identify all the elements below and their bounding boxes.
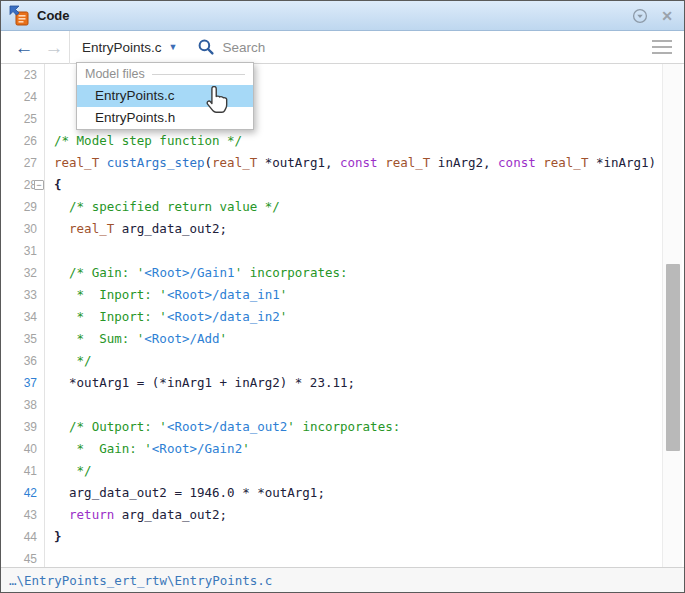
code-line[interactable]: 38 [1, 394, 662, 416]
line-number: 37 [1, 372, 37, 394]
line-number: 35 [1, 328, 37, 350]
code-line-text [49, 111, 54, 126]
code-line[interactable]: 37 *outArg1 = (*inArg1 + inArg2) * 23.11… [1, 372, 662, 394]
panel-title: Code [37, 8, 70, 23]
code-lines: 23242526/* Model step function */27real_… [1, 64, 662, 569]
line-number: 26 [1, 130, 37, 152]
code-line-text: /* Model step function */ [49, 133, 242, 148]
close-icon[interactable]: ✕ [658, 7, 676, 25]
line-number: 31 [1, 240, 37, 262]
line-number: 43 [1, 504, 37, 526]
code-line-text: */ [49, 463, 92, 478]
scrollbar-thumb[interactable] [666, 264, 680, 451]
code-line-text: return arg_data_out2; [49, 507, 227, 522]
line-number: 24 [1, 86, 37, 108]
code-line-text: { [49, 177, 62, 192]
dropdown-group-header: Model files [77, 63, 253, 85]
line-number: 42 [1, 482, 37, 504]
code-line-text: *outArg1 = (*inArg1 + inArg2) * 23.11; [49, 375, 355, 390]
line-number: 44 [1, 526, 37, 548]
line-number: 33 [1, 284, 37, 306]
code-line[interactable]: 43 return arg_data_out2; [1, 504, 662, 526]
dropdown-item-entrypoints-c[interactable]: EntryPoints.c [77, 85, 253, 107]
editor-toolbar: ← → EntryPoints.c ▼ [1, 31, 684, 64]
line-number: 30 [1, 218, 37, 240]
code-line-text: * Sum: '<Root>/Add' [49, 331, 227, 346]
code-line[interactable]: 35 * Sum: '<Root>/Add' [1, 328, 662, 350]
forward-arrow-icon[interactable]: → [39, 38, 69, 57]
code-line-text: real_T arg_data_out2; [49, 221, 227, 236]
code-line-text: real_T custArgs_step(real_T *outArg1, co… [49, 155, 656, 170]
code-line[interactable]: 31 [1, 240, 662, 262]
code-line-text [49, 397, 54, 412]
code-line-text: /* specified return value */ [49, 199, 280, 214]
code-line[interactable]: 30 real_T arg_data_out2; [1, 218, 662, 240]
search-box [197, 38, 652, 56]
code-editor[interactable]: 23242526/* Model step function */27real_… [1, 64, 662, 569]
code-line[interactable]: 32 /* Gain: '<Root>/Gain1' incorporates: [1, 262, 662, 284]
code-line-text [49, 67, 54, 82]
code-line[interactable]: 40 * Gain: '<Root>/Gain2' [1, 438, 662, 460]
code-line-text: * Gain: '<Root>/Gain2' [49, 441, 250, 456]
dropdown-item-entrypoints-h[interactable]: EntryPoints.h [77, 107, 253, 129]
line-number: 28 [1, 174, 37, 196]
line-number: 29 [1, 196, 37, 218]
line-number: 39 [1, 416, 37, 438]
vertical-scrollbar[interactable] [662, 64, 682, 569]
file-selector-value: EntryPoints.c [82, 40, 162, 55]
line-number: 23 [1, 64, 37, 86]
code-line[interactable]: 36 */ [1, 350, 662, 372]
code-line-text [49, 243, 54, 258]
search-input[interactable] [222, 40, 602, 55]
line-number: 36 [1, 350, 37, 372]
code-line[interactable]: 42 arg_data_out2 = 1946.0 * *outArg1; [1, 482, 662, 504]
code-line-text [49, 551, 54, 566]
code-line[interactable]: 29 /* specified return value */ [1, 196, 662, 218]
code-line[interactable]: 26/* Model step function */ [1, 130, 662, 152]
code-panel-window: Code ✕ ← → EntryPoints.c ▼ 23 [0, 0, 685, 593]
file-path: …\EntryPoints_ert_rtw\EntryPoints.c [9, 573, 272, 588]
file-dropdown-menu: Model files EntryPoints.c EntryPoints.h [76, 62, 254, 130]
hamburger-menu-icon[interactable] [652, 40, 672, 54]
code-line-text: /* Outport: '<Root>/data_out2' incorpora… [49, 419, 400, 434]
code-line[interactable]: 41 */ [1, 460, 662, 482]
code-line-text [49, 89, 54, 104]
code-line-text: */ [49, 353, 92, 368]
file-selector-dropdown[interactable]: EntryPoints.c ▼ [69, 31, 187, 64]
code-panel-icon [9, 5, 33, 27]
search-icon[interactable] [197, 38, 215, 56]
line-number: 45 [1, 548, 37, 569]
line-number: 40 [1, 438, 37, 460]
circle-chevron-down-icon[interactable] [631, 7, 649, 25]
line-number: 32 [1, 262, 37, 284]
code-line[interactable]: 27real_T custArgs_step(real_T *outArg1, … [1, 152, 662, 174]
code-line-text: * Inport: '<Root>/data_in2' [49, 309, 287, 324]
code-line[interactable]: 44} [1, 526, 662, 548]
code-line[interactable]: 39 /* Outport: '<Root>/data_out2' incorp… [1, 416, 662, 438]
line-number: 41 [1, 460, 37, 482]
line-number: 34 [1, 306, 37, 328]
code-line-text: * Inport: '<Root>/data_in1' [49, 287, 287, 302]
back-arrow-icon[interactable]: ← [9, 38, 39, 57]
title-bar: Code ✕ [1, 1, 684, 31]
code-line-text: } [49, 529, 62, 544]
status-bar: …\EntryPoints_ert_rtw\EntryPoints.c [1, 567, 684, 592]
code-line[interactable]: 34 * Inport: '<Root>/data_in2' [1, 306, 662, 328]
fold-collapse-icon[interactable]: − [34, 180, 44, 190]
code-line[interactable]: −28{ [1, 174, 662, 196]
dropdown-group-label: Model files [85, 67, 145, 81]
line-number: 27 [1, 152, 37, 174]
line-number: 38 [1, 394, 37, 416]
code-line-text: arg_data_out2 = 1946.0 * *outArg1; [49, 485, 325, 500]
code-line-text: /* Gain: '<Root>/Gain1' incorporates: [49, 265, 348, 280]
chevron-down-icon: ▼ [169, 42, 178, 52]
code-line[interactable]: 45 [1, 548, 662, 569]
line-number: 25 [1, 108, 37, 130]
dropdown-group-rule [152, 74, 245, 75]
code-line[interactable]: 33 * Inport: '<Root>/data_in1' [1, 284, 662, 306]
